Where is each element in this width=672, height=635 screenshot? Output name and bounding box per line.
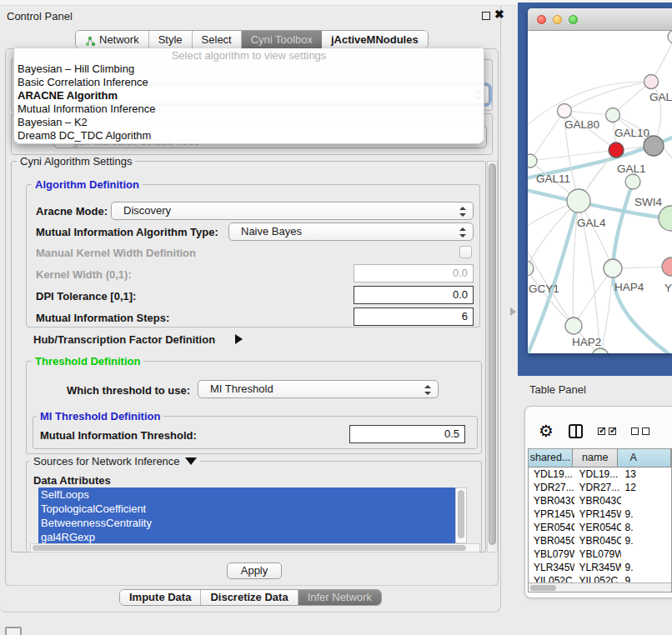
zoom-traffic-light[interactable] xyxy=(569,15,578,24)
table-row[interactable]: YDL19...YDL19...13 xyxy=(529,468,671,481)
table-row[interactable]: YDR27...YDR27...12 xyxy=(529,481,671,494)
table-cell: 8. xyxy=(621,521,672,534)
network-node-hap2[interactable] xyxy=(565,318,582,334)
table-cell: YBL079W xyxy=(529,548,574,561)
tab-jactivemnodules[interactable]: jActiveMNodules xyxy=(322,31,428,48)
tab-impute-data[interactable]: Impute Data xyxy=(120,590,201,605)
dropdown-item[interactable]: Basic Correlation Inference xyxy=(14,76,484,89)
node-label: GAL1 xyxy=(617,162,646,175)
dropdown-items: Bayesian – Hill ClimbingBasic Correlatio… xyxy=(14,62,484,142)
mi-steps-label: Mutual Information Steps: xyxy=(36,312,169,324)
minimized-panel-icon[interactable] xyxy=(5,627,22,635)
network-node-bottom-node[interactable] xyxy=(592,348,609,353)
cyni-algorithm-settings-title: Cyni Algorithm Settings xyxy=(17,155,135,168)
network-node-gal1[interactable] xyxy=(609,142,624,158)
column-header[interactable]: name xyxy=(573,449,618,468)
dropdown-item[interactable]: Bayesian – K2 xyxy=(14,116,484,129)
expand-arrow-icon[interactable] xyxy=(235,334,243,344)
tab-infer-network[interactable]: Infer Network xyxy=(298,590,381,605)
table-cell: YLR345W xyxy=(574,561,621,574)
stepper-icon xyxy=(424,385,431,395)
control-panel-tabbar: Network Style Select Cyni Toolbox jActiv… xyxy=(75,30,429,49)
table-cell: YBR045C xyxy=(574,534,621,548)
table-cell: YDL19... xyxy=(574,468,621,481)
tab-style[interactable]: Style xyxy=(149,31,193,48)
list-item[interactable]: TopologicalCoefficient xyxy=(38,502,455,516)
node-label: Y xyxy=(664,282,672,294)
network-node-y-node[interactable] xyxy=(662,258,672,276)
stepper-icon xyxy=(459,207,466,217)
float-window-icon[interactable] xyxy=(482,12,490,20)
mi-threshold-title: MI Threshold Definition xyxy=(37,410,163,422)
mi-steps-input[interactable]: 6 xyxy=(354,308,474,326)
kernel-width-input[interactable]: 0.0 xyxy=(354,264,474,282)
tab-select[interactable]: Select xyxy=(193,31,242,48)
list-vscrollbar-thumb[interactable] xyxy=(458,490,464,538)
table-cell: 9. xyxy=(621,561,672,574)
dropdown-item[interactable]: Dream8 DC_TDC Algorithm xyxy=(14,129,484,142)
data-attributes-list[interactable]: SelfLoopsTopologicalCoefficientBetweenne… xyxy=(38,488,455,543)
table-hscrollbar[interactable] xyxy=(529,582,671,592)
aracne-mode-combo[interactable]: Discovery xyxy=(111,202,474,220)
list-item[interactable]: gal4RGexp xyxy=(38,530,455,543)
gear-icon[interactable]: ⚙ xyxy=(539,422,554,440)
table-body: YDL19...YDL19...13YDR27...YDR27...12YBR0… xyxy=(529,468,671,588)
table-row[interactable]: YLR345WYLR345W9. xyxy=(529,561,671,574)
list-item[interactable]: SelfLoops xyxy=(38,488,455,502)
network-node-big-right[interactable] xyxy=(659,206,672,231)
table-row[interactable]: YPR145WYPR145W9. xyxy=(529,508,671,521)
control-panel-title: Control Panel xyxy=(7,10,73,22)
network-window-titlebar[interactable] xyxy=(528,8,672,31)
hub-definition-label[interactable]: Hub/Transcription Factor Definition xyxy=(33,333,215,346)
network-node-gal10[interactable] xyxy=(606,108,620,122)
node-label: GAL10 xyxy=(614,127,649,139)
data-attributes-label: Data Attributes xyxy=(33,474,111,487)
table-row[interactable]: YER054CYER054C8. xyxy=(529,521,671,534)
column-header[interactable]: shared... xyxy=(529,449,573,468)
network-node-gal11[interactable] xyxy=(528,154,537,168)
table-cell: YPR145W xyxy=(574,508,621,521)
table-cell: YBR043C xyxy=(529,494,574,508)
mi-algorithm-type-combo[interactable]: Naive Bayes xyxy=(228,222,474,241)
table-row[interactable]: YBL079WYBL079W xyxy=(529,548,671,561)
collapse-arrow-icon[interactable] xyxy=(185,458,197,465)
apply-button[interactable]: Apply xyxy=(227,562,282,579)
network-node-hap4[interactable] xyxy=(604,259,622,278)
list-item[interactable]: BetweennessCentrality xyxy=(38,516,455,530)
network-node-gal4[interactable] xyxy=(567,189,590,212)
splitter-arrow-icon[interactable] xyxy=(510,308,516,316)
table-cell: YDR27... xyxy=(529,481,574,494)
settings-scrollbar-thumb[interactable] xyxy=(489,163,496,545)
node-label: GAL11 xyxy=(536,172,570,185)
which-threshold-combo[interactable]: MI Threshold xyxy=(198,380,439,398)
mi-threshold-input[interactable]: 0.5 xyxy=(349,425,465,443)
select-all-icon[interactable] xyxy=(598,428,616,435)
close-traffic-light[interactable] xyxy=(537,15,546,24)
table-row[interactable]: YBR045CYBR045C9. xyxy=(529,534,671,548)
table-row[interactable]: YBR043CYBR043C xyxy=(529,494,671,508)
close-icon[interactable]: ✖ xyxy=(494,8,504,21)
network-node-gal[interactable] xyxy=(644,75,659,89)
dropdown-item[interactable]: Mutual Information Inference xyxy=(14,102,484,116)
dpi-tolerance-input[interactable]: 0.0 xyxy=(354,286,474,304)
dropdown-item[interactable]: Bayesian – Hill Climbing xyxy=(14,62,484,76)
network-node-top[interactable] xyxy=(668,31,672,43)
network-node-gcy1[interactable] xyxy=(528,261,534,276)
columns-icon[interactable] xyxy=(569,424,583,438)
table-cell: 9. xyxy=(621,508,672,521)
network-canvas[interactable]: GALGAL80GAL10GAL1GAL11SWI4GAL4GCY1HAP4YH… xyxy=(528,31,672,353)
network-node-gal80[interactable] xyxy=(558,104,572,118)
tab-discretize-data[interactable]: Discretize Data xyxy=(201,590,298,605)
tab-network[interactable]: Network xyxy=(76,31,149,48)
network-node-swi4[interactable] xyxy=(625,174,640,189)
sources-title-wrap: Sources for Network Inference xyxy=(30,455,200,468)
tab-cyni-toolbox[interactable]: Cyni Toolbox xyxy=(242,31,322,48)
network-icon xyxy=(85,34,96,45)
manual-kernel-width-checkbox[interactable] xyxy=(459,246,472,258)
column-header[interactable]: A xyxy=(618,449,671,468)
deselect-all-icon[interactable] xyxy=(631,428,649,435)
minimize-traffic-light[interactable] xyxy=(553,15,562,24)
dropdown-item[interactable]: ARACNE Algorithm xyxy=(14,89,484,102)
list-hscrollbar-thumb[interactable] xyxy=(33,545,466,551)
sources-title: Sources for Network Inference xyxy=(33,455,180,468)
